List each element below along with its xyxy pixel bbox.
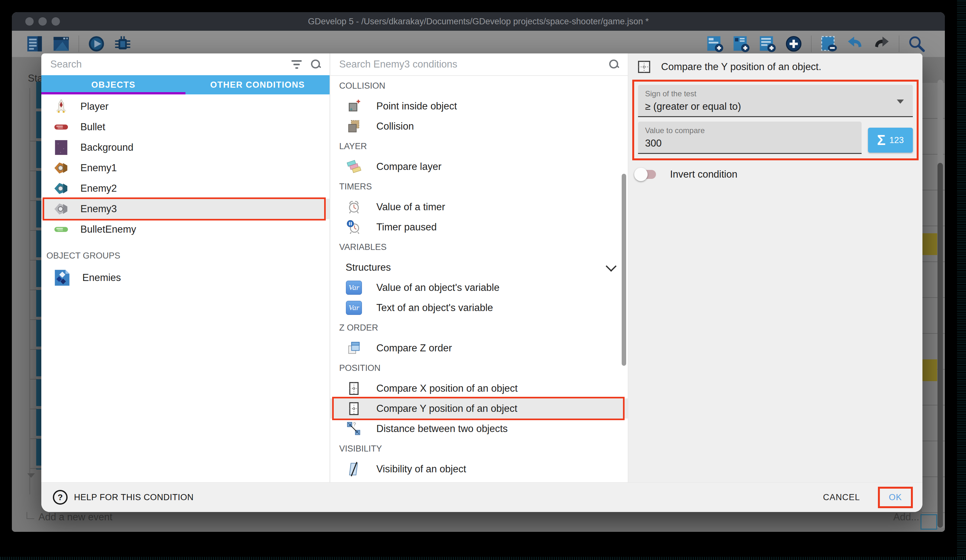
object-tabs: OBJECTS OTHER CONDITIONS <box>41 75 330 94</box>
invert-condition-row: Invert condition <box>632 169 918 180</box>
add-circle-icon[interactable] <box>785 35 803 53</box>
object-row-enemy3[interactable]: Enemy3 <box>41 199 330 219</box>
objects-search-row <box>41 54 330 75</box>
distance-icon: ? <box>346 421 362 437</box>
dropdown-caret-icon[interactable] <box>897 100 904 104</box>
play-preview-icon[interactable] <box>87 35 105 53</box>
value-to-compare-label: Value to compare <box>645 126 854 135</box>
object-label: Enemy2 <box>80 183 117 194</box>
objects-search-input[interactable] <box>50 58 291 70</box>
invert-condition-toggle[interactable] <box>636 170 656 179</box>
visibility-icon <box>346 461 362 477</box>
conditions-search-row <box>330 54 628 76</box>
conditions-list: COLLISION Point inside object <box>330 76 628 482</box>
object-row-bullet[interactable]: Bullet <box>41 117 330 137</box>
object-row-player[interactable]: Player <box>41 96 330 117</box>
help-button[interactable]: ? HELP FOR THIS CONDITION <box>53 490 194 504</box>
section-variables: VARIABLES <box>330 237 628 257</box>
add-action-button[interactable]: Add... <box>893 511 919 523</box>
ok-button[interactable]: OK <box>889 493 902 502</box>
svg-text:?: ? <box>353 421 356 427</box>
add-comment-icon[interactable] <box>759 35 776 53</box>
toolbar-separator <box>899 36 899 52</box>
condition-row-distance[interactable]: ? Distance between two objects <box>330 419 628 439</box>
filter-icon[interactable] <box>291 60 302 69</box>
object-label: Enemy1 <box>80 162 117 174</box>
conditions-search-input[interactable] <box>338 58 609 70</box>
sign-of-test-select[interactable]: Sign of the test ≥ (greater or equal to) <box>638 85 913 117</box>
structures-accordion[interactable]: Structures <box>330 257 628 277</box>
help-question-icon: ? <box>53 490 67 504</box>
conditions-scrollbar-thumb[interactable] <box>622 174 626 366</box>
condition-row-compare-layer[interactable]: Compare layer <box>330 157 628 177</box>
tab-other-conditions[interactable]: OTHER CONDITIONS <box>186 75 330 94</box>
enemy2-ship-icon <box>53 180 69 197</box>
bullet-icon <box>53 119 69 135</box>
undo-icon[interactable] <box>846 35 864 53</box>
section-visibility: VISIBILITY <box>330 439 628 459</box>
condition-row-visibility[interactable]: Visibility of an object <box>330 459 628 479</box>
position-icon <box>636 59 652 75</box>
tab-objects[interactable]: OBJECTS <box>41 75 186 94</box>
search-icon <box>609 59 619 70</box>
group-label: Enemies <box>82 272 121 283</box>
collision-icon <box>346 118 362 135</box>
remove-selection-icon[interactable] <box>820 35 838 53</box>
variable-icon: Var <box>346 279 362 296</box>
condition-row-point-inside[interactable]: Point inside object <box>330 96 628 116</box>
add-event-icon[interactable] <box>706 35 724 53</box>
annotation-parameters: Sign of the test ≥ (greater or equal to)… <box>632 80 918 160</box>
condition-row-zorder[interactable]: Compare Z order <box>330 338 628 358</box>
condition-row-var-value[interactable]: Var Value of an object's variable <box>330 277 628 298</box>
events-scrollbar-thumb[interactable] <box>938 163 943 528</box>
object-label: Player <box>80 101 108 112</box>
enemy3-ship-icon <box>53 201 69 217</box>
value-to-compare-field[interactable]: Value to compare 300 <box>638 121 862 154</box>
cancel-button[interactable]: CANCEL <box>820 487 863 508</box>
project-manager-icon[interactable] <box>26 35 44 53</box>
conditions-panel: COLLISION Point inside object <box>330 54 628 482</box>
object-label: Enemy3 <box>80 203 117 215</box>
add-subevent-icon[interactable] <box>732 35 750 53</box>
condition-row-timer-value[interactable]: Value of a timer <box>330 197 628 217</box>
condition-row-partial[interactable] <box>330 479 628 482</box>
toolbar-separator <box>79 36 79 52</box>
chevron-down-icon[interactable] <box>606 261 616 272</box>
object-row-enemy2[interactable]: Enemy2 <box>41 178 330 199</box>
object-label: Background <box>80 142 133 153</box>
window-title: GDevelop 5 - /Users/dkarakay/Documents/G… <box>12 16 945 26</box>
scene-editor-icon[interactable] <box>52 35 70 53</box>
desktop-background-bottom <box>0 557 966 560</box>
focused-action-cell <box>920 514 937 530</box>
add-new-event-button[interactable]: Add a new event <box>38 511 112 523</box>
section-zorder: Z ORDER <box>330 318 628 338</box>
object-row-bulletenemy[interactable]: BulletEnemy <box>41 219 330 240</box>
object-label: BulletEnemy <box>80 224 136 235</box>
enemy1-ship-icon <box>53 160 69 176</box>
redo-icon[interactable] <box>872 35 890 53</box>
object-row-background[interactable]: Background <box>41 137 330 158</box>
timer-icon <box>346 199 362 215</box>
condition-row-compare-y[interactable]: Compare Y position of an object <box>330 398 628 419</box>
value-to-compare-value[interactable]: 300 <box>645 138 854 149</box>
section-timers: TIMERS <box>330 177 628 197</box>
condition-row-collision[interactable]: Collision <box>330 116 628 136</box>
condition-row-compare-x[interactable]: Compare X position of an object <box>330 378 628 398</box>
highlighted-action-cell <box>922 233 937 255</box>
debug-icon[interactable] <box>114 35 131 53</box>
layers-icon <box>346 159 362 175</box>
toggle-knob[interactable] <box>634 168 647 181</box>
group-row-enemies[interactable]: Enemies <box>41 264 330 291</box>
desktop-background <box>957 0 966 560</box>
z-order-icon <box>346 340 362 357</box>
section-layer: LAYER <box>330 136 628 157</box>
event-tree-arrow <box>27 473 35 478</box>
zoom-search-icon[interactable] <box>908 35 926 53</box>
expression-editor-button[interactable]: Σ 123 <box>868 128 913 152</box>
window-icon <box>346 481 362 483</box>
titlebar: GDevelop 5 - /Users/dkarakay/Documents/G… <box>12 12 945 31</box>
object-row-enemy1[interactable]: Enemy1 <box>41 158 330 178</box>
condition-row-timer-paused[interactable]: Timer paused <box>330 217 628 237</box>
condition-row-var-text[interactable]: Var Text of an object's variable <box>330 298 628 318</box>
object-label: Bullet <box>80 121 105 133</box>
